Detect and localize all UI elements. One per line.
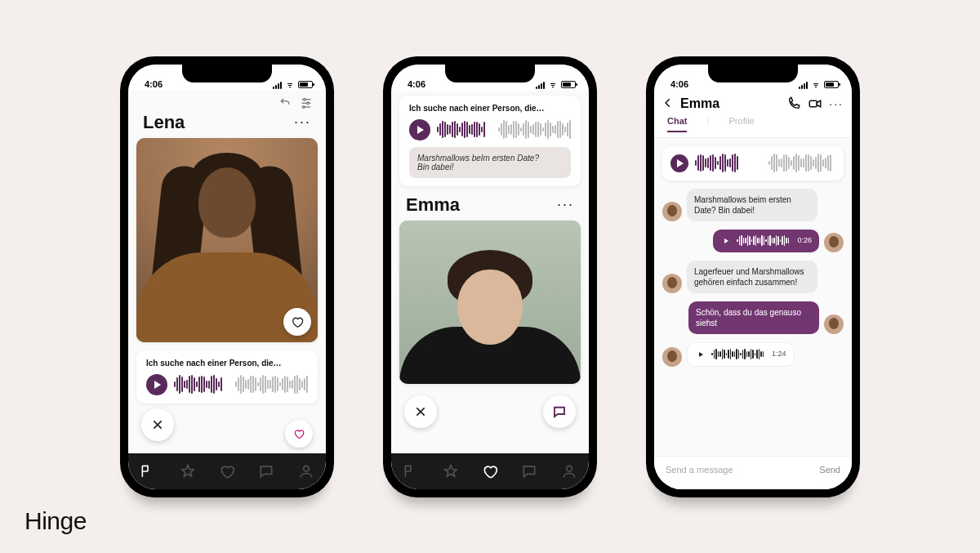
voice-duration: 1:24 bbox=[772, 350, 786, 359]
wifi-icon bbox=[548, 81, 558, 88]
waveform-remaining bbox=[768, 155, 835, 172]
tab-likes[interactable] bbox=[218, 462, 236, 480]
x-icon bbox=[151, 418, 164, 431]
screen: 4:06 Emma ··· Chat / Profile bbox=[654, 65, 852, 489]
avatar[interactable] bbox=[824, 314, 844, 334]
avatar[interactable] bbox=[662, 347, 682, 367]
more-button[interactable]: ··· bbox=[557, 196, 574, 213]
like-prompt-button[interactable] bbox=[285, 420, 313, 448]
voice-duration: 0:26 bbox=[797, 236, 812, 246]
prompt-text: Ich suche nach einer Person, die… bbox=[146, 359, 308, 368]
waveform bbox=[695, 155, 762, 172]
more-button[interactable]: ··· bbox=[829, 97, 844, 110]
phone-chat: 4:06 Emma ··· Chat / Profile bbox=[646, 56, 860, 497]
play-button[interactable] bbox=[695, 349, 706, 360]
avatar[interactable] bbox=[824, 233, 844, 252]
prompt-text: Ich suche nach einer Person, die… bbox=[409, 104, 571, 113]
status-indicators bbox=[536, 81, 576, 89]
tab-discover[interactable] bbox=[139, 462, 157, 480]
play-button[interactable] bbox=[670, 154, 688, 172]
svg-point-5 bbox=[302, 105, 305, 108]
play-button[interactable] bbox=[720, 235, 732, 247]
phone-discover: 4:06 Lena ··· bbox=[120, 56, 334, 497]
call-button[interactable] bbox=[786, 96, 801, 111]
heart-icon bbox=[293, 428, 305, 439]
signal-icon bbox=[799, 81, 808, 89]
notch bbox=[445, 65, 535, 83]
voice-message[interactable]: 0:26 bbox=[713, 230, 819, 252]
tab-matches[interactable] bbox=[520, 462, 538, 480]
video-button[interactable] bbox=[808, 96, 822, 111]
profile-name: Emma bbox=[406, 194, 460, 216]
tab-bar bbox=[128, 453, 326, 489]
profile-photo[interactable] bbox=[136, 138, 318, 342]
chat-icon bbox=[552, 404, 567, 419]
skip-button[interactable] bbox=[141, 408, 174, 441]
status-time: 4:06 bbox=[670, 79, 688, 89]
waveform bbox=[174, 375, 229, 395]
tab-matches[interactable] bbox=[257, 462, 275, 480]
waveform bbox=[711, 349, 764, 360]
message-composer: Send a message Send bbox=[654, 456, 852, 489]
photo-illustration bbox=[399, 221, 581, 384]
tab-profile[interactable] bbox=[297, 462, 315, 480]
promo-stage: 4:06 Lena ··· bbox=[0, 0, 980, 553]
chat-header: Emma ··· bbox=[654, 91, 852, 116]
skip-button[interactable] bbox=[404, 395, 437, 428]
play-button[interactable] bbox=[409, 119, 430, 140]
message-incoming: Lagerfeuer und Marshmallows gehören einf… bbox=[662, 261, 844, 293]
battery-icon bbox=[298, 81, 313, 88]
play-button[interactable] bbox=[146, 374, 167, 395]
message-text: Marshmallows beim ersten Date? Bin dabei… bbox=[687, 189, 817, 221]
match-button[interactable] bbox=[543, 395, 576, 428]
waveform-remaining bbox=[498, 120, 571, 140]
tab-likes[interactable] bbox=[481, 462, 499, 480]
chat-title: Emma bbox=[680, 96, 780, 111]
prompt-voice-card[interactable] bbox=[662, 146, 844, 181]
notch bbox=[182, 65, 272, 83]
tab-standouts[interactable] bbox=[179, 462, 197, 480]
filter-icon[interactable] bbox=[300, 96, 313, 109]
avatar[interactable] bbox=[662, 202, 682, 221]
profile-name: Lena bbox=[143, 112, 185, 133]
tab-standouts[interactable] bbox=[442, 462, 460, 480]
comment-line: Bin dabei! bbox=[417, 163, 563, 172]
status-time: 4:06 bbox=[145, 79, 163, 89]
status-indicators bbox=[799, 81, 839, 89]
tab-chat[interactable]: Chat bbox=[667, 116, 687, 132]
svg-point-1 bbox=[304, 98, 306, 100]
back-button[interactable] bbox=[662, 96, 674, 113]
profile-photo[interactable] bbox=[399, 221, 581, 384]
message-outgoing: Schön, dass du das genauso siehst bbox=[662, 301, 844, 334]
message-text: Lagerfeuer und Marshmallows gehören einf… bbox=[687, 261, 817, 293]
message-text: Schön, dass du das genauso siehst bbox=[688, 301, 819, 334]
voice-prompt-card[interactable]: Ich suche nach einer Person, die… bbox=[136, 350, 318, 404]
like-button[interactable] bbox=[283, 308, 311, 336]
screen: 4:06 Lena ··· bbox=[128, 65, 326, 489]
voice-message[interactable]: 1:24 bbox=[687, 342, 795, 367]
chat-tabs: Chat / Profile bbox=[654, 116, 852, 138]
waveform-remaining bbox=[235, 375, 308, 395]
phone-likes-you: 4:06 Ich suche nach einer Person, die… bbox=[383, 56, 597, 497]
tab-bar bbox=[391, 453, 589, 489]
tab-profile[interactable]: Profile bbox=[729, 116, 755, 132]
signal-icon bbox=[536, 81, 545, 89]
battery-icon bbox=[824, 81, 839, 88]
sent-comment: Marshmallows beIm ersten Date? Bin dabei… bbox=[409, 147, 571, 178]
svg-point-11 bbox=[566, 466, 572, 471]
tab-discover[interactable] bbox=[402, 462, 420, 480]
waveform bbox=[437, 120, 492, 140]
more-button[interactable]: ··· bbox=[294, 114, 311, 131]
chevron-left-icon bbox=[662, 97, 674, 109]
message-outgoing-voice: 0:26 bbox=[662, 230, 844, 252]
send-button[interactable]: Send bbox=[819, 465, 840, 475]
status-time: 4:06 bbox=[408, 79, 425, 89]
tab-profile[interactable] bbox=[560, 462, 578, 480]
wifi-icon bbox=[285, 81, 295, 88]
composer-input[interactable]: Send a message bbox=[666, 465, 733, 475]
screen: 4:06 Ich suche nach einer Person, die… bbox=[391, 65, 589, 489]
undo-icon[interactable] bbox=[278, 96, 292, 109]
brand-logo: Hinge bbox=[24, 507, 87, 535]
avatar[interactable] bbox=[662, 274, 682, 293]
comment-line: Marshmallows beIm ersten Date? bbox=[417, 154, 563, 163]
